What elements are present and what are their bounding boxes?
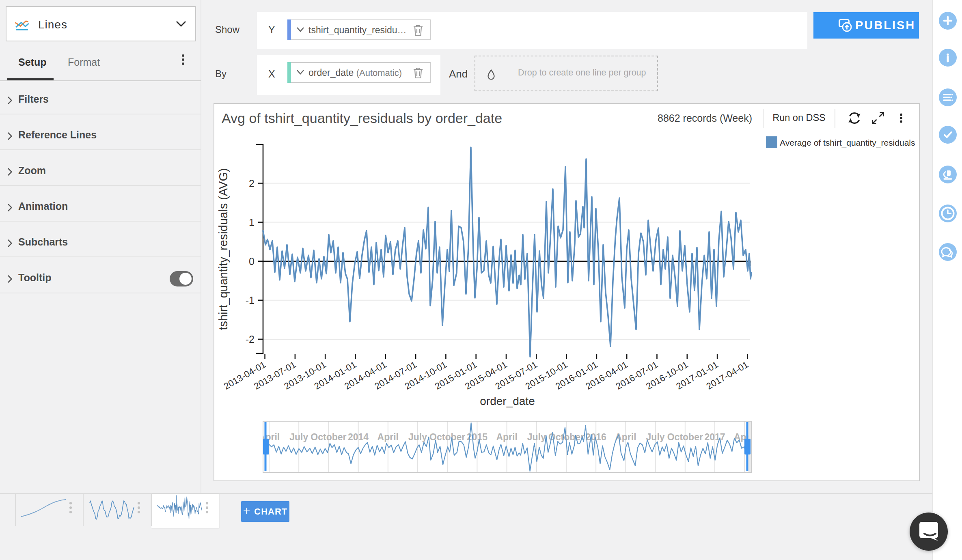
svg-text:July: July	[646, 432, 665, 442]
svg-text:October: October	[667, 432, 703, 442]
svg-text:April: April	[377, 432, 399, 442]
svg-text:October: October	[311, 432, 346, 442]
svg-text:July: July	[408, 432, 427, 442]
svg-text:1: 1	[249, 217, 255, 228]
svg-text:April: April	[496, 432, 517, 442]
svg-text:July: July	[289, 432, 308, 442]
svg-text:2017: 2017	[704, 432, 725, 442]
svg-text:-2: -2	[246, 334, 255, 345]
svg-text:order_date: order_date	[480, 395, 535, 407]
svg-text:tshirt_quantity_residuals (AVG: tshirt_quantity_residuals (AVG)	[217, 168, 230, 330]
svg-text:2014: 2014	[348, 432, 369, 442]
svg-text:July: July	[527, 432, 546, 442]
svg-text:October: October	[429, 432, 465, 442]
svg-text:April: April	[615, 432, 636, 442]
svg-text:-1: -1	[246, 295, 255, 306]
svg-text:2: 2	[249, 178, 255, 189]
svg-text:0: 0	[249, 256, 255, 267]
